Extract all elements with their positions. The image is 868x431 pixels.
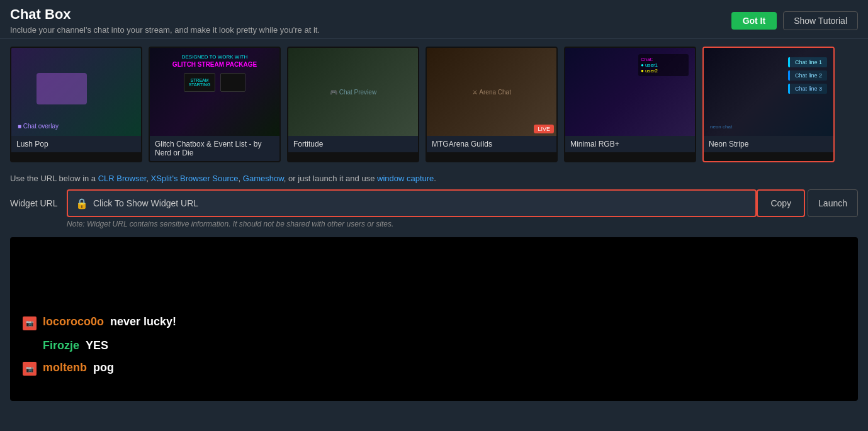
widget-url-click-label: Click To Show Widget URL	[93, 198, 198, 208]
theme-thumb-mtgarena: ⚔ Arena Chat LIVE	[427, 48, 556, 136]
xsplit-link[interactable]: XSplit's Browser Source	[151, 174, 239, 183]
widget-url-label: Widget URL	[10, 198, 67, 208]
themes-section: ■ Chat overlay Lush Pop DESIGNED TO WORK…	[0, 39, 868, 167]
chat-message-3: 📷 moltenb pog	[23, 361, 845, 376]
chat-user-3: moltenb	[43, 361, 87, 374]
copy-button[interactable]: Copy	[757, 189, 805, 217]
theme-card-fortitude[interactable]: 🎮 Chat Preview Fortitude	[287, 47, 419, 162]
chat-message-1: 📷 locoroco0o never lucky!	[23, 315, 845, 330]
chat-text-1: never lucky!	[110, 315, 176, 328]
header-left: Chat Box Include your channel's chat int…	[10, 6, 320, 35]
theme-label-minimal-rgb: Minimal RGB+	[565, 136, 695, 152]
launch-button[interactable]: Launch	[808, 189, 858, 217]
url-description: Use the URL below in a CLR Browser, XSpl…	[10, 174, 858, 183]
chat-message-2: Firozje YES	[23, 339, 845, 352]
theme-thumb-neon-stripe: Chat line 1 Chat line 2 Chat line 3 neon…	[704, 48, 833, 136]
lock-icon: 🔒	[76, 198, 88, 210]
theme-card-minimal-rgb[interactable]: Chat: ● user1 ● user2 Minimal RGB+	[564, 47, 696, 162]
theme-label-glitch: Glitch Chatbox & Event List - by Nerd or…	[150, 136, 279, 161]
gameshow-link[interactable]: Gameshow	[243, 174, 284, 183]
url-note: Note: Widget URL contains sensitive info…	[67, 220, 858, 228]
chat-icon-1: 📷	[23, 316, 37, 330]
page-title: Chat Box	[10, 6, 320, 23]
chat-user-2: Firozje	[43, 339, 79, 352]
chat-icon-3: 📷	[23, 362, 37, 376]
theme-label-lush-pop: Lush Pop	[11, 136, 141, 152]
chat-preview: 📷 locoroco0o never lucky! Firozje YES 📷 …	[10, 237, 858, 401]
theme-card-glitch[interactable]: DESIGNED TO WORK WITH GLITCH STREAM PACK…	[149, 47, 281, 162]
page-header: Chat Box Include your channel's chat int…	[0, 0, 868, 39]
theme-label-fortitude: Fortitude	[288, 136, 418, 152]
chat-user-1: locoroco0o	[43, 315, 104, 328]
theme-label-mtgarena: MTGArena Guilds	[427, 136, 556, 152]
theme-card-lush-pop[interactable]: ■ Chat overlay Lush Pop	[10, 47, 142, 162]
themes-gallery: ■ Chat overlay Lush Pop DESIGNED TO WORK…	[10, 47, 858, 162]
theme-card-neon-stripe[interactable]: Chat line 1 Chat line 2 Chat line 3 neon…	[702, 47, 835, 162]
theme-thumb-glitch: DESIGNED TO WORK WITH GLITCH STREAM PACK…	[150, 48, 279, 136]
theme-thumb-fortitude: 🎮 Chat Preview	[288, 48, 418, 136]
widget-url-row: Widget URL 🔒 Click To Show Widget URL Co…	[10, 189, 858, 217]
show-tutorial-button[interactable]: Show Tutorial	[783, 11, 858, 30]
url-section: Use the URL below in a CLR Browser, XSpl…	[0, 167, 868, 231]
chat-text-3: pog	[93, 361, 114, 374]
header-right: Got It Show Tutorial	[731, 11, 858, 30]
page-subtitle: Include your channel's chat into your st…	[10, 25, 320, 35]
theme-label-neon-stripe: Neon Stripe	[704, 136, 833, 152]
chat-text-2: YES	[86, 339, 108, 352]
clr-browser-link[interactable]: CLR Browser	[98, 174, 147, 183]
theme-thumb-minimal-rgb: Chat: ● user1 ● user2	[565, 48, 695, 136]
got-it-button[interactable]: Got It	[731, 12, 777, 30]
widget-url-input[interactable]: 🔒 Click To Show Widget URL	[67, 189, 757, 217]
theme-card-mtgarena[interactable]: ⚔ Arena Chat LIVE MTGArena Guilds	[426, 47, 558, 162]
window-capture-link[interactable]: window capture	[377, 174, 434, 183]
theme-thumb-lush-pop: ■ Chat overlay	[11, 48, 141, 136]
